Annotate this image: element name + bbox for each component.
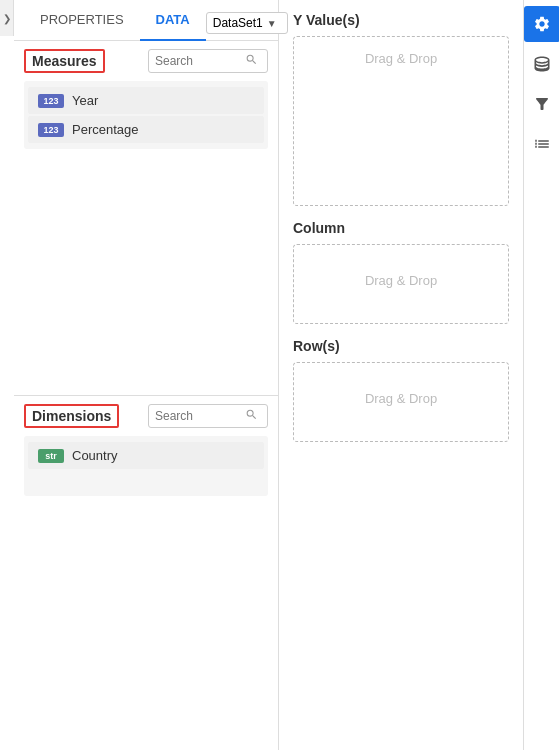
field-item-year[interactable]: 123 Year	[28, 87, 264, 114]
dimensions-field-list: str Country	[24, 436, 268, 496]
database-icon-button[interactable]	[524, 46, 560, 82]
badge-str-country: str	[38, 449, 64, 463]
field-name-country: Country	[72, 448, 118, 463]
column-drag-drop-text: Drag & Drop	[365, 273, 437, 288]
y-values-label: Y Value(s)	[293, 12, 509, 28]
main-container: ❯ PROPERTIES DATA DataSet1 ▼ Measures	[0, 0, 559, 750]
column-label: Column	[293, 220, 509, 236]
chevron-down-icon: ▼	[267, 18, 277, 29]
right-sidebar	[523, 0, 559, 750]
gear-icon-button[interactable]	[524, 6, 560, 42]
search-icon	[245, 53, 258, 69]
column-drop-zone[interactable]: Drag & Drop	[293, 244, 509, 324]
field-name-percentage: Percentage	[72, 122, 139, 137]
measures-field-list: 123 Year 123 Percentage	[24, 81, 268, 149]
measures-title: Measures	[24, 49, 105, 73]
field-item-percentage[interactable]: 123 Percentage	[28, 116, 264, 143]
field-item-country[interactable]: str Country	[28, 442, 264, 469]
y-values-drag-drop-text: Drag & Drop	[365, 51, 437, 66]
dimensions-header: Dimensions	[24, 404, 268, 428]
search-icon	[245, 408, 258, 424]
dimensions-section: Dimensions str Country	[14, 396, 278, 750]
measures-header: Measures	[24, 49, 268, 73]
field-name-year: Year	[72, 93, 98, 108]
rows-drop-zone[interactable]: Drag & Drop	[293, 362, 509, 442]
rows-drag-drop-text: Drag & Drop	[365, 391, 437, 406]
y-values-drop-zone[interactable]: Drag & Drop	[293, 36, 509, 206]
left-panel: PROPERTIES DATA DataSet1 ▼ Measures	[14, 0, 279, 750]
measures-search-box[interactable]	[148, 49, 268, 73]
dimensions-search-input[interactable]	[155, 409, 245, 423]
dimensions-search-box[interactable]	[148, 404, 268, 428]
measures-search-input[interactable]	[155, 54, 245, 68]
filter-icon-button[interactable]	[524, 86, 560, 122]
tab-properties[interactable]: PROPERTIES	[24, 0, 140, 41]
right-panel: Y Value(s) Drag & Drop Column Drag & Dro…	[279, 0, 523, 750]
dataset-selector: DataSet1 ▼	[206, 6, 288, 40]
chart-settings-icon-button[interactable]	[524, 126, 560, 162]
dimensions-title: Dimensions	[24, 404, 119, 428]
dataset-label: DataSet1	[213, 16, 263, 30]
tabs-bar: PROPERTIES DATA DataSet1 ▼	[14, 0, 278, 41]
tab-data[interactable]: DATA	[140, 0, 206, 41]
dataset-dropdown[interactable]: DataSet1 ▼	[206, 12, 288, 34]
badge-123-percentage: 123	[38, 123, 64, 137]
expand-button[interactable]: ❯	[0, 0, 14, 36]
measures-section: Measures 123 Year 123 Perce	[14, 41, 278, 396]
badge-123-year: 123	[38, 94, 64, 108]
rows-label: Row(s)	[293, 338, 509, 354]
